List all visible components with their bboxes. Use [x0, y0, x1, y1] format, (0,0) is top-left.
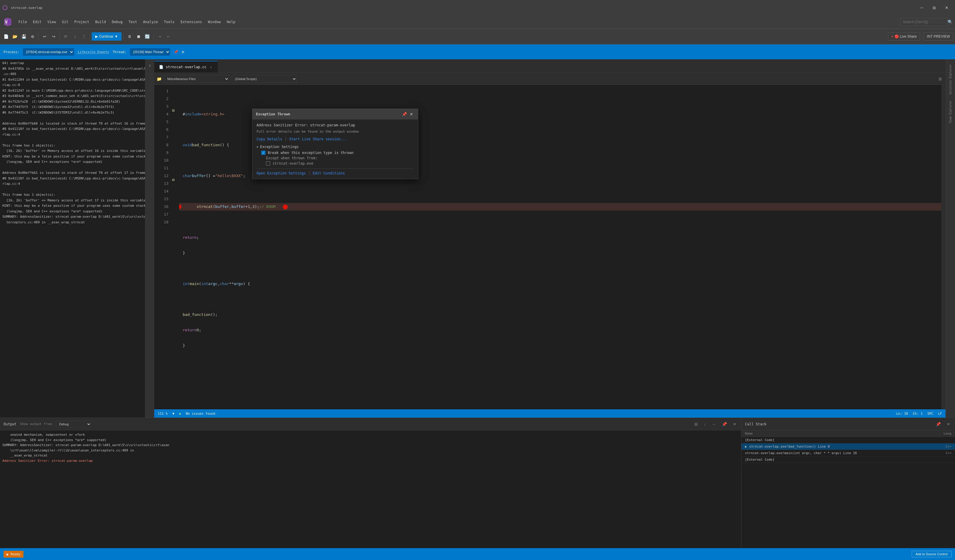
- global-scope-selector[interactable]: (Global Scope): [232, 75, 297, 83]
- spc-display: SPC: [927, 412, 933, 416]
- save-all-button[interactable]: ⊛: [28, 32, 37, 41]
- search-input[interactable]: [900, 18, 947, 26]
- debug-line-21: #0 0x41118f in bad_function(void) C:\MSD…: [0, 176, 145, 181]
- continue-button[interactable]: ▶ Continue ▼: [92, 32, 122, 41]
- file-scope-selector[interactable]: Miscellaneous Files: [164, 75, 229, 83]
- live-share-button[interactable]: ● 🔴 Live Share: [888, 32, 920, 41]
- callstack-row-1-name: strncat-overlap.exe!bad_function() Line …: [749, 444, 937, 449]
- output-wrap-button[interactable]: ↔: [711, 421, 717, 427]
- minimize-button[interactable]: ─: [916, 3, 928, 12]
- exception-close-button[interactable]: ✕: [409, 111, 414, 117]
- step-over-button[interactable]: ⟳: [62, 32, 70, 41]
- menu-test[interactable]: Test: [125, 16, 140, 28]
- step-out-button[interactable]: ⤴: [80, 32, 88, 41]
- window-controls: ─ ⧉ ✕: [916, 3, 953, 12]
- undo-button[interactable]: ↩: [41, 32, 49, 41]
- process-selector[interactable]: [37924] strnccat-overlap.exe: [23, 48, 74, 56]
- edit-conditions-link[interactable]: Edit Conditions: [313, 171, 344, 175]
- split-editor-button[interactable]: ⊞: [937, 76, 943, 82]
- debug-line-3: #1 0x411204 in bad_function(void) C:\MSD…: [0, 77, 145, 83]
- open-exception-settings-link[interactable]: Open Exception Settings: [257, 171, 306, 175]
- step-next-button[interactable]: →: [155, 32, 164, 41]
- cursor-icon[interactable]: ↕: [146, 62, 153, 69]
- menu-tools[interactable]: Tools: [161, 16, 178, 28]
- menu-git[interactable]: Git: [59, 16, 72, 28]
- solution-explorer-icon[interactable]: Solution Explorer: [947, 62, 953, 97]
- fold-indicator-4[interactable]: ⊟: [172, 108, 174, 113]
- menu-analyze[interactable]: Analyze: [140, 16, 161, 28]
- output-controls: Show output from: Debug: [20, 421, 690, 428]
- menu-project[interactable]: Project: [71, 16, 92, 28]
- debug-line-1: #0 0x43785b in __asan_wrap_strncat D:\A0…: [0, 66, 145, 72]
- collapse-icon: ▼: [257, 145, 258, 149]
- callstack-row-3[interactable]: [External Code]: [742, 457, 955, 463]
- menu-view[interactable]: View: [44, 16, 59, 28]
- output-source-selector[interactable]: Debug: [56, 421, 91, 428]
- output-line-4: __asan_wrap_strncat: [2, 453, 739, 458]
- editor-scrollbar[interactable]: [941, 85, 946, 409]
- thread-selector[interactable]: [25156] Main Thread: [130, 48, 170, 56]
- zoom-dropdown[interactable]: ▼: [172, 412, 174, 416]
- output-close-button[interactable]: ✕: [732, 421, 737, 427]
- menu-window[interactable]: Window: [205, 16, 224, 28]
- debug-stop-button[interactable]: ⏹: [135, 32, 142, 41]
- menu-file[interactable]: File: [16, 16, 30, 28]
- break-checkbox[interactable]: [261, 151, 265, 155]
- int-preview-button[interactable]: INT PREVIEW: [924, 32, 953, 41]
- save-button[interactable]: 💾: [20, 32, 28, 41]
- debug-line-16: [16, 26) 'buffer' <= Memory access at of…: [0, 148, 145, 154]
- exception-pin-button[interactable]: 📌: [401, 111, 407, 117]
- output-filter-button[interactable]: ⊞: [693, 421, 699, 427]
- output-line-3: \crt\asan\llvm\compiler-rt\lib\asan\asan…: [2, 448, 739, 453]
- live-share-session-link[interactable]: Start Live Share session...: [289, 137, 347, 141]
- menu-edit[interactable]: Edit: [30, 16, 44, 28]
- callstack-close-button[interactable]: ✕: [946, 421, 952, 427]
- code-line-11: }: [179, 249, 941, 257]
- output-line-1: (longjmp, SEH and C++ exceptions *are* s…: [2, 438, 739, 443]
- callstack-row-1[interactable]: ▶ strncat-overlap.exe!bad_function() Lin…: [742, 443, 955, 450]
- redo-button[interactable]: ↪: [50, 32, 58, 41]
- exception-header-buttons: 📌 ✕: [401, 111, 414, 117]
- output-scroll-button[interactable]: ↓: [703, 421, 707, 427]
- menu-debug[interactable]: Debug: [109, 16, 125, 28]
- search-icon: 🔍: [947, 20, 953, 24]
- ready-label: Ready: [11, 552, 20, 556]
- callstack-row-2-lang: C++: [939, 451, 952, 455]
- code-line-17: }: [179, 342, 941, 349]
- step-into-button[interactable]: ⤵: [70, 32, 79, 41]
- code-line-9: [179, 218, 941, 226]
- current-frame-icon: ▶: [745, 445, 747, 448]
- new-file-button[interactable]: 📄: [2, 32, 10, 41]
- step-prev-button[interactable]: ←: [164, 32, 172, 41]
- bottom-panels: Output Show output from: Debug ⊞ ↓ ↔ 📌 ✕…: [0, 418, 955, 548]
- callstack-row-0[interactable]: [External Code]: [742, 437, 955, 443]
- title-bar: ⬡ strnccat-overlap ─ ⧉ ✕: [0, 0, 955, 16]
- menu-help[interactable]: Help: [224, 16, 238, 28]
- callstack-pin-button[interactable]: 📌: [935, 421, 942, 427]
- copy-details-link[interactable]: Copy Details: [257, 137, 282, 141]
- callstack-row-2[interactable]: strncat-overlap.exe!main(int argc, char …: [742, 450, 955, 457]
- debug-restart-button[interactable]: 🔄: [143, 32, 152, 41]
- menu-build[interactable]: Build: [92, 16, 109, 28]
- source-control-button[interactable]: Add to Source Control: [912, 551, 952, 557]
- debug-line-4: rlap.cc:8: [0, 83, 145, 88]
- exe-checkbox[interactable]: [266, 161, 270, 166]
- exception-settings-body: Break when this exception type is thrown…: [257, 151, 414, 166]
- debug-pause-button[interactable]: ⏸: [125, 32, 134, 41]
- team-explorer-icon[interactable]: Team Explorer: [947, 98, 953, 126]
- tab-strnccat[interactable]: 📄 strnccat-overlap.cc ✕: [154, 61, 218, 73]
- continue-dropdown-icon: ▼: [114, 34, 118, 39]
- footer-link-sep: |: [308, 171, 310, 175]
- restore-button[interactable]: ⧉: [928, 3, 940, 12]
- tab-close-button[interactable]: ✕: [209, 65, 213, 69]
- output-pin-button[interactable]: 📌: [721, 421, 728, 427]
- fold-indicator-13[interactable]: ⊟: [172, 177, 174, 182]
- lf-display: LF: [938, 412, 942, 416]
- continue-label: Continue: [99, 34, 113, 39]
- exception-section-header[interactable]: ▼ Exception Settings: [257, 145, 414, 149]
- close-button[interactable]: ✕: [941, 3, 953, 12]
- open-button[interactable]: 📂: [11, 32, 19, 41]
- vs-logo: ⬡: [2, 4, 8, 11]
- code-line-14: [179, 296, 941, 303]
- menu-extensions[interactable]: Extensions: [178, 16, 205, 28]
